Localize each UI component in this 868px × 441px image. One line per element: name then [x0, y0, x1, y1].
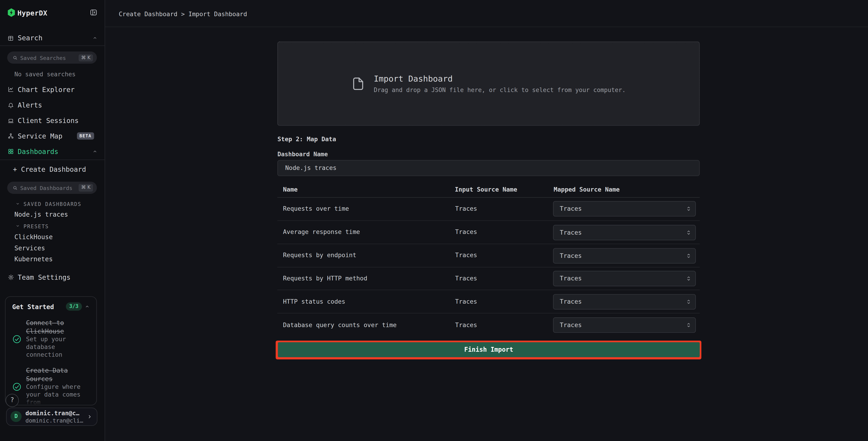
get-started-item[interactable]: Create Data Sources Configure where your… [12, 366, 91, 405]
input-source-cell: Traces [455, 298, 477, 305]
get-started-title: Get Started [12, 303, 54, 311]
caret-sort-icon [686, 275, 691, 283]
column-header-name: Name [283, 186, 298, 194]
brand-row: HyperDX [7, 7, 98, 19]
sidebar-item-label: Team Settings [18, 273, 70, 281]
caret-sort-icon [686, 205, 691, 212]
table-row: Requests by endpoint Traces Traces [277, 243, 700, 267]
chart-name-cell: Requests over time [283, 205, 349, 212]
mapped-source-select[interactable]: Traces [553, 201, 696, 217]
breadcrumb: Create Dashboard > Import Dashboard [119, 10, 247, 18]
saved-dashboards-input[interactable] [17, 185, 79, 191]
chevron-down-icon [15, 224, 20, 228]
sidebar-item-dashboards[interactable]: Dashboards [0, 144, 104, 159]
saved-searches-input[interactable] [17, 55, 79, 61]
divider [0, 46, 104, 46]
input-source-cell: Traces [455, 275, 477, 282]
task-title: Create Data Sources [26, 366, 91, 383]
saved-dashboard-item[interactable]: Node.js traces [14, 211, 68, 218]
check-circle-icon [12, 382, 22, 391]
app-root: HyperDX Search [0, 0, 868, 441]
user-menu[interactable]: D dominic.tran@c… dominic.tran@cli… [6, 408, 97, 425]
mapped-source-select[interactable]: Traces [553, 294, 696, 310]
sidebar-item-label: Chart Explorer [18, 86, 75, 93]
import-dropzone[interactable]: Import Dashboard Drag and drop a JSON fi… [277, 41, 700, 126]
mapped-source-select[interactable]: Traces [553, 225, 696, 240]
no-saved-searches-label: No saved searches [14, 71, 75, 78]
user-name: dominic.tran@c… [26, 410, 87, 417]
caret-sort-icon [686, 321, 691, 329]
dashboard-name-label: Dashboard Name [277, 150, 328, 158]
sidebar-item-client-sessions[interactable]: Client Sessions [0, 113, 104, 128]
select-value: Traces [560, 321, 582, 329]
hyperdx-logo-icon [7, 8, 16, 17]
avatar: D [10, 411, 22, 422]
divider [0, 160, 104, 160]
presets-group-header[interactable]: PRESETS [15, 223, 49, 229]
dashboard-name-input[interactable] [277, 160, 700, 176]
sidebar-item-label: Alerts [18, 101, 42, 109]
sidebar-item-alerts[interactable]: Alerts [0, 98, 104, 113]
chart-name-cell: Average response time [283, 229, 360, 236]
input-source-cell: Traces [455, 252, 477, 259]
chevron-up-icon [92, 149, 97, 153]
caret-sort-icon [686, 252, 691, 260]
get-started-progress-badge: 3/3 [66, 302, 82, 310]
chart-name-cell: HTTP status codes [283, 298, 345, 305]
sidebar-item-team-settings[interactable]: Team Settings [0, 272, 104, 283]
preset-item-services[interactable]: Services [14, 244, 45, 252]
task-title: Connect to ClickHouse [26, 319, 91, 335]
table-header: Name Input Source Name Mapped Source Nam… [277, 186, 700, 195]
search-section-label: Search [18, 34, 42, 42]
saved-dashboards-group-header[interactable]: SAVED DASHBOARDS [15, 201, 82, 207]
dropzone-subtitle: Drag and drop a JSON file here, or click… [374, 86, 625, 94]
chevron-down-icon [15, 202, 20, 205]
preset-item-clickhouse[interactable]: ClickHouse [14, 233, 53, 241]
finish-import-button[interactable]: Finish Import [278, 342, 700, 357]
search-icon [12, 55, 17, 60]
saved-searches-input-wrap[interactable]: ⌘ K [7, 52, 97, 64]
select-value: Traces [560, 229, 582, 236]
task-description: Configure where your data comes from [26, 383, 91, 405]
group-label: PRESETS [24, 223, 49, 229]
sidebar-collapse-icon[interactable] [90, 9, 97, 16]
select-value: Traces [560, 298, 582, 306]
check-circle-icon [12, 334, 22, 344]
chart-name-cell: Requests by HTTP method [283, 275, 367, 282]
chevron-up-icon [92, 36, 97, 40]
chart-explorer-icon [8, 87, 14, 93]
help-button[interactable]: ? [5, 394, 19, 407]
input-source-cell: Traces [455, 205, 477, 212]
get-started-item[interactable]: Connect to ClickHouse Set up your databa… [12, 319, 91, 359]
table-row: Average response time Traces Traces [277, 220, 700, 244]
search-icon [12, 185, 17, 190]
shortcut-badge: ⌘ K [79, 184, 93, 192]
chart-name-cell: Database query counts over time [283, 321, 397, 328]
table-row: HTTP status codes Traces Traces [277, 290, 700, 313]
mapped-source-select[interactable]: Traces [553, 248, 696, 263]
main-area: Create Dashboard > Import Dashboard Impo… [105, 0, 868, 441]
shortcut-badge: ⌘ K [79, 54, 93, 61]
sidebar-item-label: Service Map [18, 132, 62, 140]
caret-sort-icon [686, 229, 691, 236]
saved-dashboards-input-wrap[interactable]: ⌘ K [7, 182, 97, 194]
sidebar-item-service-map[interactable]: Service Map BETA [0, 128, 104, 144]
get-started-panel: Get Started 3/3 Connect to ClickHouse Se… [5, 296, 97, 406]
table-row: Database query counts over time Traces T… [277, 313, 700, 336]
column-header-mapped-source: Mapped Source Name [554, 186, 620, 194]
sidebar-section-search[interactable]: Search [0, 31, 104, 45]
create-dashboard-button[interactable]: + Create Dashboard [13, 166, 86, 174]
dropzone-title: Import Dashboard [374, 74, 625, 83]
get-started-header[interactable]: Get Started 3/3 [12, 302, 90, 311]
preset-item-kubernetes[interactable]: Kubernetes [14, 255, 53, 263]
header-divider [105, 27, 868, 27]
column-header-input-source: Input Source Name [455, 186, 517, 194]
table-row: Requests by HTTP method Traces Traces [277, 267, 700, 290]
brand-name: HyperDX [18, 9, 48, 17]
mapped-source-select[interactable]: Traces [553, 271, 696, 287]
sidebar-item-label: Client Sessions [18, 117, 79, 125]
sidebar-item-chart-explorer[interactable]: Chart Explorer [0, 82, 104, 97]
select-value: Traces [560, 252, 582, 260]
mapped-source-select[interactable]: Traces [553, 317, 696, 333]
file-icon [351, 74, 366, 93]
